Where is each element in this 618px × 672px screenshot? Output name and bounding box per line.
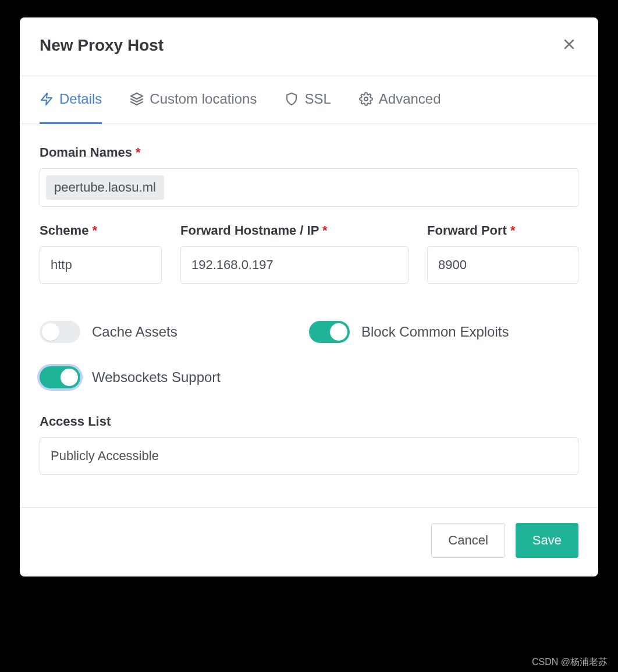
svg-marker-2 [41,93,52,105]
modal-title: New Proxy Host [40,36,164,55]
svg-marker-3 [131,93,143,99]
scheme-group: Scheme * [40,223,162,284]
zap-icon [40,92,54,106]
new-proxy-host-modal: New Proxy Host Details Custom locations … [20,17,598,576]
forward-hostname-label: Forward Hostname / IP * [180,223,409,238]
tab-label: Advanced [379,91,441,107]
required-marker: * [322,223,328,238]
cancel-button[interactable]: Cancel [431,523,505,558]
domain-tag[interactable]: peertube.laosu.ml [46,175,164,200]
layers-icon [130,92,144,106]
domain-names-input[interactable]: peertube.laosu.ml [40,168,578,207]
shield-icon [285,92,299,106]
tab-details[interactable]: Details [40,77,102,124]
tab-label: SSL [304,91,331,107]
domain-names-label: Domain Names * [40,145,578,160]
domain-names-group: Domain Names * peertube.laosu.ml [40,145,578,207]
cache-assets-label: Cache Assets [92,324,177,340]
modal-body: Domain Names * peertube.laosu.ml Scheme … [20,124,598,507]
scheme-select[interactable] [40,246,162,284]
watermark: CSDN @杨浦老苏 [532,656,608,669]
forward-port-input[interactable] [427,246,578,284]
forward-row: Scheme * Forward Hostname / IP * Forward… [40,223,578,300]
websockets-item: Websockets Support [40,366,309,388]
forward-hostname-input[interactable] [180,246,409,284]
modal-header: New Proxy Host [20,17,598,76]
toggle-knob [330,323,347,341]
tab-label: Custom locations [150,91,257,107]
required-marker: * [510,223,516,238]
websockets-label: Websockets Support [92,369,221,385]
gear-icon [359,92,373,106]
websockets-toggle[interactable] [40,366,80,388]
access-list-select[interactable] [40,437,578,475]
required-marker: * [136,145,141,160]
modal-footer: Cancel Save [20,507,598,576]
access-list-group: Access List [40,414,578,475]
save-button[interactable]: Save [516,523,578,558]
scheme-label: Scheme * [40,223,162,238]
toggle-knob [42,323,59,341]
toggle-knob [61,369,78,386]
block-exploits-label: Block Common Exploits [361,324,509,340]
block-exploits-item: Block Common Exploits [309,321,578,343]
tab-ssl[interactable]: SSL [285,77,331,124]
toggles-grid: Cache Assets Block Common Exploits Webso… [40,321,578,388]
forward-port-label: Forward Port * [427,223,578,238]
svg-point-4 [364,97,368,101]
forward-port-group: Forward Port * [427,223,578,284]
block-exploits-toggle[interactable] [309,321,350,343]
cache-assets-item: Cache Assets [40,321,309,343]
tab-advanced[interactable]: Advanced [359,77,441,124]
forward-hostname-group: Forward Hostname / IP * [180,223,409,284]
close-icon [562,37,576,51]
tab-label: Details [59,91,102,107]
tabs: Details Custom locations SSL Advanced [20,76,598,124]
close-button[interactable] [560,35,578,56]
cache-assets-toggle[interactable] [40,321,80,343]
access-list-label: Access List [40,414,578,429]
required-marker: * [93,223,98,238]
tab-custom-locations[interactable]: Custom locations [130,77,257,124]
